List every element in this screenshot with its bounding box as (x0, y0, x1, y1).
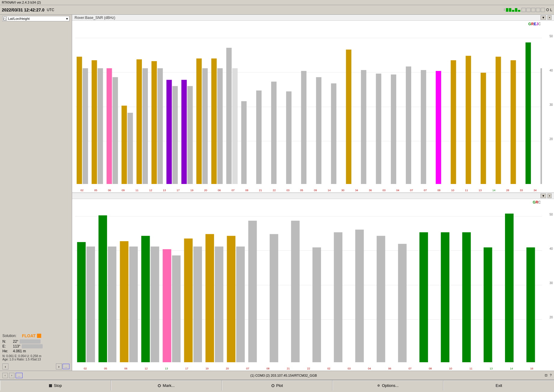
status-nav-right[interactable]: › (9, 373, 14, 378)
exit-label: Exit (496, 383, 502, 388)
svg-rect-51 (141, 236, 150, 362)
svg-rect-7 (127, 113, 133, 184)
snr-chart-title: Rover:Base_SNR (dBHz) (75, 16, 115, 20)
o-indicator: O (546, 8, 549, 12)
snr-chart: GREJC 50 40 30 20 (72, 21, 554, 193)
he-row: He: 4.061 m (2, 349, 69, 353)
svg-rect-35 (436, 71, 441, 184)
exit-button[interactable]: Exit (443, 380, 554, 390)
svg-rect-72 (484, 247, 492, 362)
base-chart-expand[interactable]: ▼ (540, 194, 546, 198)
svg-rect-25 (286, 91, 292, 184)
top-bar-right: I O L (504, 8, 552, 12)
mark-button[interactable]: Mark... (111, 380, 222, 390)
svg-rect-9 (142, 68, 148, 184)
svg-rect-12 (167, 80, 172, 184)
stop-button[interactable]: Stop (0, 380, 111, 390)
svg-rect-30 (361, 70, 366, 184)
left-panel-nav: ‹ › ... (2, 363, 69, 369)
svg-rect-1 (83, 68, 88, 184)
base-chart-svg (75, 202, 542, 362)
svg-rect-55 (184, 238, 192, 362)
svg-rect-49 (120, 241, 128, 362)
svg-rect-61 (248, 221, 257, 362)
snr-chart-expand[interactable]: ▼ (540, 15, 546, 20)
svg-rect-26 (301, 71, 307, 184)
svg-rect-20 (226, 48, 232, 184)
svg-rect-39 (496, 57, 501, 184)
svg-rect-8 (136, 59, 142, 184)
svg-rect-31 (376, 74, 381, 184)
svg-rect-45 (77, 242, 85, 362)
svg-rect-52 (151, 247, 159, 362)
base-x-labels: 02 05 06 12 13 17 19 20 07 08 21 22 02 0… (75, 367, 542, 370)
next-button[interactable]: › (56, 363, 62, 369)
svg-rect-40 (510, 60, 516, 184)
svg-rect-13 (173, 86, 178, 184)
svg-rect-71 (462, 232, 471, 362)
svg-rect-63 (291, 221, 299, 362)
l-indicator: L (550, 8, 552, 12)
svg-rect-23 (256, 90, 262, 184)
stats-line2: Age: 1.0 s Ratio: 1.5 #Sat:13 (2, 358, 69, 361)
svg-rect-32 (391, 75, 396, 184)
mark-label: Mark... (163, 383, 175, 388)
map-button[interactable]: ... (63, 364, 69, 369)
status-help-icon[interactable]: ? (550, 373, 552, 377)
svg-rect-29 (346, 50, 351, 184)
stats-text: N: 0.061 E: 0.054 U: 0.258 m Age: 1.0 s … (2, 354, 69, 361)
mode-boxes (522, 8, 545, 12)
main-content: □ Lat/Lon/Height ▼ Solution: FLOAT N: 22… (0, 15, 554, 371)
svg-rect-70 (441, 232, 449, 362)
mode-box-5 (541, 8, 545, 12)
title-bar: RTKNAVI ver.2.4.3 b34 (2) (0, 0, 554, 5)
snr-chart-svg (75, 24, 542, 184)
sig-bar-5 (518, 10, 520, 12)
svg-rect-50 (129, 247, 138, 362)
svg-rect-41 (525, 42, 531, 184)
left-panel-header[interactable]: □ Lat/Lon/Height ▼ (2, 16, 69, 21)
status-nav-left[interactable]: ‹ (2, 373, 8, 378)
svg-rect-68 (398, 244, 406, 362)
svg-rect-66 (355, 230, 364, 362)
svg-rect-17 (202, 68, 208, 184)
prev-button[interactable]: ‹ (2, 363, 8, 369)
plot-button[interactable]: Plot (222, 380, 333, 390)
mode-box-3 (531, 8, 535, 12)
solution-value: FLOAT (22, 333, 36, 338)
svg-rect-53 (163, 249, 171, 362)
svg-rect-21 (232, 68, 238, 184)
solution-row: Solution: FLOAT (2, 333, 69, 338)
options-button[interactable]: ⚙ Options... (332, 380, 443, 390)
panel-dropdown-arrow[interactable]: ▼ (66, 17, 69, 20)
datetime-display: 2022/03/31 12:42:27.0 (2, 8, 44, 12)
mark-icon (158, 384, 161, 387)
snr-chart-options[interactable]: • (547, 15, 552, 20)
svg-rect-65 (334, 232, 342, 362)
bottom-toolbar: Stop Mark... Plot ⚙ Options... Exit (0, 380, 554, 390)
base-chart-options[interactable]: • (547, 194, 552, 198)
panel-checkbox[interactable]: □ (3, 17, 7, 20)
base-chart-header: ▼ • (72, 193, 554, 199)
chart-area: Rover:Base_SNR (dBHz) ▼ • GREJC 50 40 30 (72, 15, 554, 371)
svg-rect-38 (481, 73, 486, 184)
left-panel: □ Lat/Lon/Height ▼ Solution: FLOAT N: 22… (0, 15, 72, 371)
svg-rect-22 (241, 101, 247, 184)
svg-rect-58 (215, 247, 223, 362)
mode-box-2 (526, 8, 531, 12)
sig-bar-1 (506, 8, 508, 12)
snr-legend: GREJC (528, 22, 541, 26)
he-value: 4.061 m (13, 349, 26, 353)
svg-rect-47 (99, 215, 107, 362)
svg-rect-37 (466, 56, 471, 184)
timezone-label: UTC (47, 8, 54, 12)
status-map-btn[interactable]: ... (16, 373, 23, 378)
svg-rect-62 (270, 234, 278, 362)
n-blurred (20, 339, 41, 344)
stats-line1: N: 0.061 E: 0.054 U: 0.258 m (2, 354, 69, 358)
plot-label: Plot (276, 383, 283, 388)
svg-rect-48 (108, 247, 116, 362)
app-title: RTKNAVI ver.2.4.3 b34 (2) (2, 1, 41, 4)
svg-rect-2 (92, 60, 97, 184)
svg-rect-3 (98, 68, 103, 184)
